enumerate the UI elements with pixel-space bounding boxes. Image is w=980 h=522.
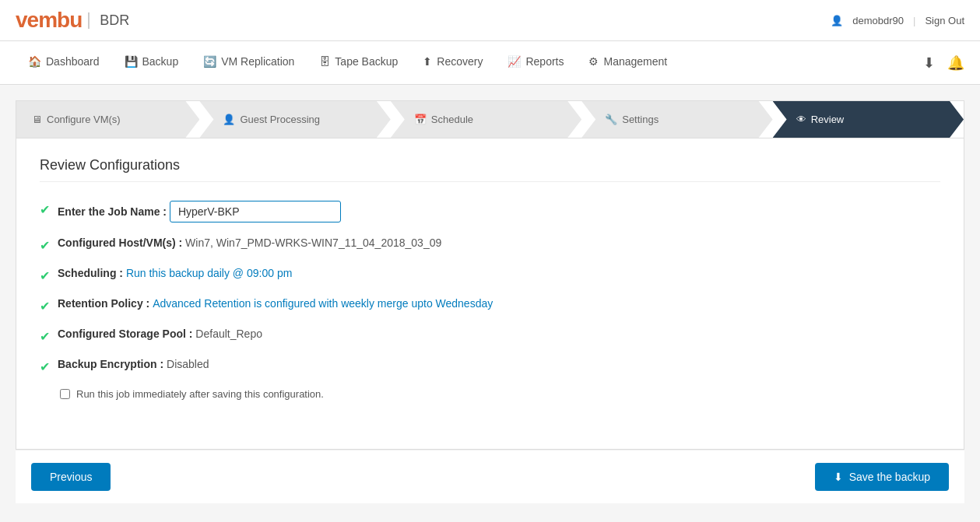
check-icon-retention: ✔ (40, 299, 50, 314)
main-content: Review Configurations ✔ Enter the Job Na… (16, 138, 964, 450)
configured-hosts-item: ✔ Configured Host/VM(s) : Win7, Win7_PMD… (40, 236, 940, 253)
storage-pool-row: Configured Storage Pool : Default_Repo (58, 328, 262, 340)
wizard-step-review[interactable]: 👁 Review (773, 101, 964, 138)
nav-management-label: Management (603, 55, 667, 68)
save-backup-button[interactable]: ⬇ Save the backup (815, 463, 949, 491)
check-icon-encryption: ✔ (40, 359, 50, 374)
save-icon: ⬇ (834, 471, 843, 483)
user-icon: 👤 (831, 15, 843, 26)
run-immediately-label[interactable]: Run this job immediately after saving th… (76, 388, 324, 400)
nav-recovery-label: Recovery (437, 55, 483, 68)
scheduling-value: Run this backup daily @ 09:00 pm (126, 267, 292, 279)
storage-pool-item: ✔ Configured Storage Pool : Default_Repo (40, 328, 940, 344)
dashboard-icon: 🏠 (28, 55, 41, 68)
previous-button[interactable]: Previous (31, 463, 111, 491)
wizard-steps: 🖥 Configure VM(s) 👤 Guest Processing 📅 S… (16, 100, 964, 138)
backup-encryption-row: Backup Encryption : Disabled (58, 358, 209, 370)
retention-policy-row: Retention Policy : Advanced Retention is… (58, 297, 493, 310)
retention-policy-item: ✔ Retention Policy : Advanced Retention … (40, 297, 940, 314)
backup-encryption-item: ✔ Backup Encryption : Disabled (40, 358, 940, 374)
nav-right-icons: ⬇ 🔔 (923, 54, 964, 72)
job-name-row: Enter the Job Name : (58, 201, 341, 222)
retention-policy-label: Retention Policy : (58, 297, 153, 310)
nav-items: 🏠 Dashboard 💾 Backup 🔄 VM Replication 🗄 … (16, 41, 680, 84)
vm-replication-icon: 🔄 (203, 55, 216, 68)
backup-icon: 💾 (125, 55, 138, 68)
logo: vembu BDR (16, 8, 129, 33)
main-nav: 🏠 Dashboard 💾 Backup 🔄 VM Replication 🗄 … (0, 41, 980, 85)
save-backup-label: Save the backup (849, 471, 930, 483)
immediate-run-row: Run this job immediately after saving th… (60, 388, 940, 400)
nav-tape-backup[interactable]: 🗄 Tape Backup (307, 41, 410, 84)
backup-encryption-label: Backup Encryption : (58, 358, 167, 370)
configure-vms-label: Configure VM(s) (47, 114, 121, 125)
run-immediately-checkbox[interactable] (60, 389, 70, 399)
configured-hosts-label: Configured Host/VM(s) : (58, 236, 185, 249)
scheduling-row: Scheduling : Run this backup daily @ 09:… (58, 267, 292, 279)
storage-pool-value: Default_Repo (195, 328, 262, 340)
retention-policy-value: Advanced Retention is configured with we… (153, 297, 493, 310)
bell-icon[interactable]: 🔔 (947, 54, 964, 72)
wizard-step-guest-processing[interactable]: 👤 Guest Processing (199, 101, 390, 138)
nav-vm-replication[interactable]: 🔄 VM Replication (191, 41, 307, 84)
logo-vembu: vembu (16, 8, 82, 33)
configured-hosts-value: Win7, Win7_PMD-WRKS-WIN7_11_04_2018_03_0… (185, 236, 441, 249)
download-icon[interactable]: ⬇ (923, 54, 935, 72)
nav-backup[interactable]: 💾 Backup (112, 41, 191, 84)
nav-tape-backup-label: Tape Backup (335, 55, 398, 68)
username: demobdr90 (852, 15, 904, 26)
header-divider: | (913, 15, 915, 26)
wizard-step-settings[interactable]: 🔧 Settings (581, 101, 772, 138)
job-name-item: ✔ Enter the Job Name : (40, 201, 940, 222)
wizard-step-configure-vms[interactable]: 🖥 Configure VM(s) (16, 101, 199, 138)
review-icon: 👁 (796, 114, 806, 125)
settings-label: Settings (622, 114, 659, 125)
header-right: 👤 demobdr90 | Sign Out (831, 15, 964, 26)
schedule-icon: 📅 (414, 114, 427, 125)
nav-reports-label: Reports (525, 55, 564, 68)
reports-icon: 📈 (508, 55, 521, 68)
nav-vm-replication-label: VM Replication (221, 55, 294, 68)
button-row: Previous ⬇ Save the backup (16, 450, 964, 503)
job-name-label: Enter the Job Name : (58, 205, 167, 218)
scheduling-item: ✔ Scheduling : Run this backup daily @ 0… (40, 267, 940, 283)
nav-recovery[interactable]: ⬆ Recovery (410, 41, 495, 84)
check-icon-storage: ✔ (40, 329, 50, 344)
nav-backup-label: Backup (142, 55, 179, 68)
recovery-icon: ⬆ (423, 55, 432, 68)
logo-bdr: BDR (88, 12, 129, 29)
configure-vms-icon: 🖥 (32, 114, 42, 125)
section-title: Review Configurations (40, 157, 940, 182)
wizard-step-schedule[interactable]: 📅 Schedule (391, 101, 581, 138)
settings-icon: 🔧 (605, 114, 617, 125)
review-label: Review (811, 114, 845, 125)
signout-link[interactable]: Sign Out (925, 15, 964, 26)
nav-management[interactable]: ⚙ Management (576, 41, 680, 84)
check-icon-job-name: ✔ (40, 202, 50, 217)
guest-processing-label: Guest Processing (240, 114, 320, 125)
scheduling-label: Scheduling : (58, 267, 126, 279)
configured-hosts-row: Configured Host/VM(s) : Win7, Win7_PMD-W… (58, 236, 441, 249)
schedule-label: Schedule (431, 114, 473, 125)
management-icon: ⚙ (588, 55, 599, 68)
nav-dashboard-label: Dashboard (46, 55, 100, 68)
job-name-input[interactable] (170, 201, 341, 222)
nav-dashboard[interactable]: 🏠 Dashboard (16, 41, 112, 84)
check-icon-hosts: ✔ (40, 238, 50, 253)
nav-reports[interactable]: 📈 Reports (495, 41, 576, 84)
guest-processing-icon: 👤 (223, 114, 235, 125)
header: vembu BDR 👤 demobdr90 | Sign Out (0, 0, 980, 41)
storage-pool-label: Configured Storage Pool : (58, 328, 195, 340)
check-icon-scheduling: ✔ (40, 268, 50, 283)
backup-encryption-value: Disabled (167, 358, 209, 370)
tape-backup-icon: 🗄 (319, 55, 330, 68)
